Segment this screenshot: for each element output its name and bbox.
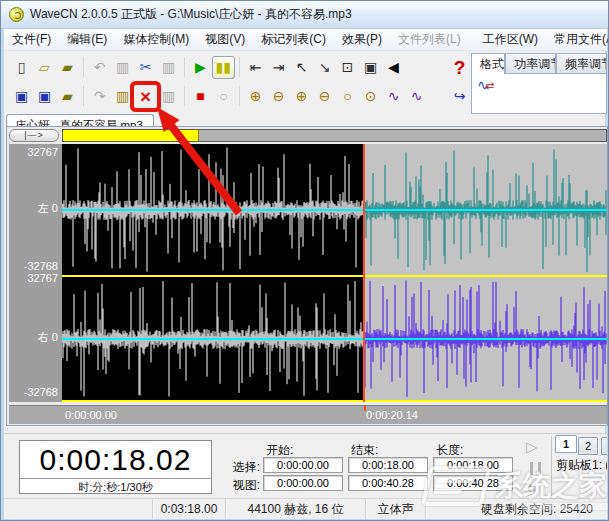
redo-icon-glyph: ↷ <box>94 89 106 103</box>
mix-paste-icon[interactable]: ▥ <box>157 85 180 108</box>
range-field-r2c3[interactable]: 0:00:40.28 <box>433 475 513 491</box>
range-field-r2c1[interactable]: 0:00:00.00 <box>263 475 343 491</box>
delete-icon[interactable]: × <box>134 85 157 108</box>
timeline-start-label: 0:00:00.00 <box>65 409 117 421</box>
select-all-icon[interactable]: ▣ <box>359 56 382 79</box>
menu-item-w[interactable]: 工作区(W) <box>475 28 546 51</box>
format-tab[interactable]: 频率调节 <box>556 53 607 73</box>
mix-paste-icon-glyph: ▥ <box>162 89 175 103</box>
window-title: WaveCN 2.0.0.5 正式版 - G:\Music\庄心妍 - 真的不容… <box>30 6 352 23</box>
clipboard-tab-2[interactable]: 2 <box>578 437 598 455</box>
toolbar-separator <box>180 85 189 107</box>
zoom-selection-icon[interactable]: ⊙ <box>359 85 382 108</box>
format-convert-icon[interactable]: ∿ ⇄ <box>477 77 494 93</box>
record-icon-glyph: ○ <box>219 89 227 103</box>
menu-item-p[interactable]: 效果(P) <box>334 28 390 51</box>
menu-item-l[interactable]: 文件列表(L) <box>390 28 469 51</box>
cursor-to-start-icon[interactable]: ↖ <box>290 56 313 79</box>
copy-icon[interactable]: ▥ <box>111 85 134 108</box>
status-panel-5: 硬盘剩余空间: 25420 <box>426 499 607 519</box>
paste-icon[interactable]: ▥ <box>157 56 180 79</box>
play-icon[interactable]: ▶ <box>189 56 212 79</box>
exit-icon[interactable]: ↪ <box>448 85 471 108</box>
overview-loaded-segment <box>63 130 199 141</box>
selection-end-icon[interactable]: ⇥ <box>267 56 290 79</box>
help-icon-glyph: ? <box>454 58 466 77</box>
zoom-normal-icon-glyph: ○ <box>343 89 351 103</box>
clipboard-tab-3[interactable]: 3 <box>601 437 607 455</box>
range-field-r1c1[interactable]: 0:00:00.00 <box>263 457 343 473</box>
paste-as-new-icon[interactable]: ▥ <box>111 56 134 79</box>
cursor-to-end-icon-glyph: ↘ <box>319 60 331 74</box>
ruler-label: -32768 <box>24 260 58 272</box>
delete-icon-glyph: × <box>140 87 151 106</box>
new-file-icon[interactable]: ▯ <box>10 56 33 79</box>
toolbar: ▯▱▰↶▥✂▥▶▮▮⇤⇥↖↘⊡▣◀? ▣▣▰↷▥×▥■○⊕⊖⊕⊖○⊙∿∿↪ <box>4 51 471 114</box>
cursor-to-end-icon[interactable]: ↘ <box>313 56 336 79</box>
wavecn-app-icon <box>9 7 24 22</box>
stop-icon-glyph: ■ <box>196 89 204 103</box>
waveform-canvas[interactable] <box>62 144 607 402</box>
play-ghost-icon[interactable]: ▷ <box>526 439 538 454</box>
zoom-in-horizontal-icon[interactable]: ⊕ <box>244 85 267 108</box>
import-file-icon[interactable]: ▰ <box>56 56 79 79</box>
pause-icon[interactable]: ▮▮ <box>212 56 235 79</box>
zoom-normal-icon[interactable]: ○ <box>336 85 359 108</box>
status-panel-1 <box>4 499 153 519</box>
wave-next-icon-glyph: ∿ <box>411 89 423 103</box>
selection-start-icon[interactable]: ⇤ <box>244 56 267 79</box>
save-as-icon[interactable]: ▣ <box>33 85 56 108</box>
select-view-icon[interactable]: ⊡ <box>336 56 359 79</box>
toolbar-row-2: ▣▣▰↷▥×▥■○⊕⊖⊕⊖○⊙∿∿↪ <box>10 83 471 109</box>
arrows-glyph: ⇄ <box>486 80 494 91</box>
format-tab[interactable]: 功率调节 <box>505 53 556 73</box>
clipboard-tab-1[interactable]: 1 <box>555 435 577 453</box>
undo-icon[interactable]: ↶ <box>88 56 111 79</box>
new-file-icon-glyph: ▯ <box>18 60 26 74</box>
cut-icon[interactable]: ✂ <box>134 56 157 79</box>
wave-prev-icon[interactable]: ∿ <box>382 85 405 108</box>
stop-icon[interactable]: ■ <box>189 85 212 108</box>
invert-selection-icon[interactable]: ◀ <box>382 56 405 79</box>
menu-item-m[interactable]: 媒体控制(M) <box>115 28 197 51</box>
range-field-r1c2[interactable]: 0:00:18.00 <box>348 457 428 473</box>
loop-ghost-icon[interactable]: ↻ <box>526 482 537 495</box>
toolbar-separator <box>79 56 88 78</box>
close-file-icon-glyph: ▰ <box>62 89 73 103</box>
zoom-out-vertical-icon[interactable]: ⊖ <box>313 85 336 108</box>
zoom-out-vertical-icon-glyph: ⊖ <box>319 89 331 103</box>
close-file-icon[interactable]: ▰ <box>56 85 79 108</box>
selection-cursor-line[interactable] <box>363 144 365 402</box>
timeline-ruler[interactable]: 0:00:00.00 0:00:20.14 <box>9 405 607 424</box>
save-icon[interactable]: ▣ <box>10 85 33 108</box>
format-tab[interactable]: 格式 <box>471 53 505 74</box>
range-field-r1c3[interactable]: 0:00:18.00 <box>433 457 513 473</box>
open-file-icon-glyph: ▱ <box>39 60 50 74</box>
wavecn-window: WaveCN 2.0.0.5 正式版 - G:\Music\庄心妍 - 真的不容… <box>0 0 609 521</box>
menu-item-c[interactable]: 标记列表(C) <box>253 28 334 51</box>
overview-position-bar[interactable] <box>62 129 607 142</box>
toolbar-row-1: ▯▱▰↶▥✂▥▶▮▮⇤⇥↖↘⊡▣◀? <box>10 54 471 80</box>
right-channel-wave <box>62 277 607 400</box>
import-file-icon-glyph: ▰ <box>62 60 73 74</box>
pause-ghost-icon[interactable] <box>530 462 541 475</box>
redo-icon[interactable]: ↷ <box>88 85 111 108</box>
left-channel-wave <box>62 144 607 275</box>
menu-item-a[interactable]: 常用文件(A) <box>546 28 609 51</box>
overview-scroll-button[interactable]: |—> <box>9 129 59 142</box>
range-field-r2c2[interactable]: 0:00:40.28 <box>348 475 428 491</box>
menu-item-f[interactable]: 文件(F) <box>4 28 59 51</box>
play-icon-glyph: ▶ <box>195 60 206 74</box>
menu-item-e[interactable]: 编辑(E) <box>59 28 115 51</box>
record-icon[interactable]: ○ <box>212 85 235 108</box>
zoom-out-horizontal-icon[interactable]: ⊖ <box>267 85 290 108</box>
status-bar: 0:03:18.0044100 赫兹, 16 位立体声硬盘剩余空间: 25420 <box>4 498 607 519</box>
ruler-label: 32767 <box>27 146 58 158</box>
format-panel: 格式功率调节频率调节 ∿ ⇄ <box>471 53 607 114</box>
open-file-icon[interactable]: ▱ <box>33 56 56 79</box>
zoom-in-vertical-icon[interactable]: ⊕ <box>290 85 313 108</box>
wave-next-icon[interactable]: ∿ <box>405 85 428 108</box>
menu-item-v[interactable]: 视图(V) <box>197 28 253 51</box>
help-icon[interactable]: ? <box>448 56 471 79</box>
time-format-label[interactable]: 时:分:秒:1/30秒 <box>20 478 211 495</box>
